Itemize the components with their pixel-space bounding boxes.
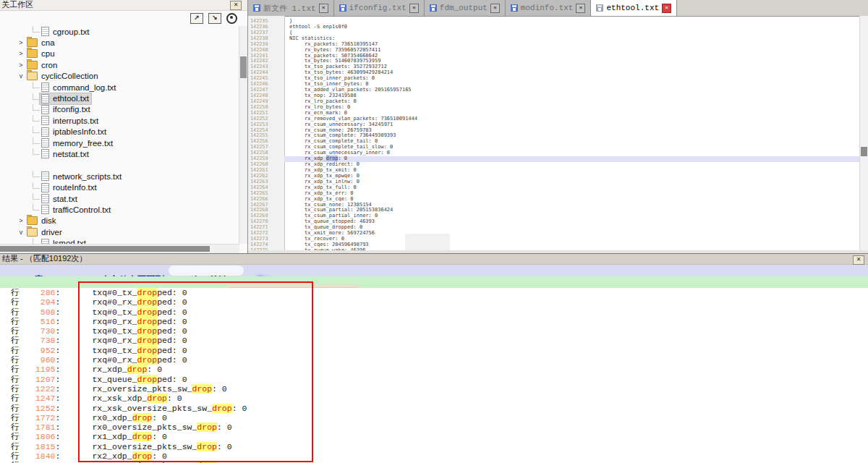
tree-item-trafficControl.txt[interactable]: trafficControl.txt bbox=[0, 204, 239, 215]
file-icon bbox=[41, 27, 49, 36]
line-text: tx_cqes: 204596498793 bbox=[284, 242, 860, 248]
expand-all-icon[interactable]: ↗ bbox=[190, 13, 203, 24]
editor-line-142237[interactable]: 142237{ bbox=[248, 30, 860, 36]
colon: : bbox=[56, 297, 61, 307]
tree-item-memory_free.txt[interactable]: memory_free.txt bbox=[0, 137, 239, 148]
row-label: 行 bbox=[11, 394, 20, 403]
result-line-number: 1772 bbox=[20, 413, 56, 422]
tree-item-lsmod.txt[interactable]: lsmod.txt bbox=[0, 237, 239, 244]
row-label: 行 bbox=[11, 355, 20, 365]
tree-item-cpu[interactable]: >cpu bbox=[0, 48, 239, 59]
selected-match-text: drop bbox=[326, 156, 339, 161]
tree-item-cron[interactable]: >cron bbox=[0, 59, 239, 70]
line-text: rx_xdp_drop: 0 bbox=[284, 156, 860, 162]
scrollbar-thumb[interactable] bbox=[861, 147, 867, 156]
chevron-right-icon[interactable]: > bbox=[17, 61, 25, 69]
tab-新文件 1.txt[interactable]: 新文件 1.txt✕ bbox=[248, 0, 334, 16]
tree-item-body: netstat.txt bbox=[40, 148, 91, 159]
colon: : bbox=[56, 307, 61, 317]
tree-connector bbox=[33, 127, 40, 133]
tab-label: modinfo.txt bbox=[521, 4, 574, 12]
tree-item-driver[interactable]: vdriver bbox=[0, 226, 239, 237]
tree-item-netstat.txt[interactable]: netstat.txt bbox=[0, 148, 239, 159]
result-line-number: 1781 bbox=[20, 422, 56, 432]
file-icon bbox=[41, 138, 49, 148]
line-text: tx_tso_inner_packets: 0 bbox=[284, 76, 860, 82]
editor-line-142236[interactable]: 142236ethtool -S enp1s0f0 bbox=[248, 25, 860, 30]
tree-item-stat.txt[interactable]: stat.txt bbox=[0, 193, 239, 204]
colon: : bbox=[56, 365, 61, 374]
workspace-panel: 关工作区 ✕ ↗ ↘ cgroup.txt>cna>cpu>cronvcycli… bbox=[0, 0, 248, 253]
tree-item-command_log.txt[interactable]: command_log.txt bbox=[0, 82, 239, 93]
collapse-all-icon[interactable]: ↘ bbox=[208, 13, 221, 24]
tree-item-disk[interactable]: >disk bbox=[0, 216, 239, 226]
close-icon[interactable]: ✕ bbox=[576, 4, 585, 13]
editor-panel: 新文件 1.txt✕ifconfig.txt✕fdm_output✕modinf… bbox=[248, 0, 868, 253]
colon: : bbox=[56, 317, 61, 326]
tree-item-label: command_log.txt bbox=[53, 83, 116, 92]
chevron-down-icon[interactable]: v bbox=[17, 72, 25, 80]
line-text: tx_queue_stopped: 46393 bbox=[284, 219, 860, 225]
tree-item-routeInfo.txt[interactable]: routeInfo.txt bbox=[0, 182, 239, 192]
tree-item-label: ethtool.txt bbox=[53, 94, 89, 103]
chevron-right-icon[interactable]: > bbox=[17, 39, 25, 46]
line-text: rx_xdp_tx_inlnw: 0 bbox=[284, 179, 860, 185]
search-summary-row[interactable]: 索 "drop" （1个文件中匹配到10192次，总计次） bbox=[0, 265, 868, 276]
editor-body[interactable]: 142235}142236ethtool -S enp1s0f0142237{1… bbox=[248, 16, 860, 250]
folder-icon bbox=[27, 61, 38, 69]
colon: : bbox=[56, 375, 61, 384]
row-label: 行 bbox=[11, 375, 20, 384]
tree-item-iptablesInfo.txt[interactable]: iptablesInfo.txt bbox=[0, 127, 239, 137]
tree-item-interrupts.txt[interactable]: interrupts.txt bbox=[0, 115, 239, 126]
result-line-number: 516 bbox=[20, 317, 56, 326]
chevron-right-icon[interactable]: > bbox=[17, 217, 25, 224]
line-text: rx_lro_bytes: 0 bbox=[284, 105, 860, 111]
tree-item-cna[interactable]: >cna bbox=[0, 37, 239, 48]
tree-connector bbox=[33, 26, 40, 33]
tree-item-ifconfig.txt[interactable]: ifconfig.txt bbox=[0, 104, 239, 115]
close-icon[interactable]: ✕ bbox=[853, 255, 864, 265]
scrollbar-thumb[interactable] bbox=[0, 246, 210, 252]
tree-item-body: cron bbox=[25, 60, 59, 70]
tab-label: 新文件 1.txt bbox=[263, 3, 316, 14]
file-icon bbox=[41, 116, 49, 125]
scrollbar-thumb[interactable] bbox=[240, 56, 247, 78]
tree-item-network_scripts.txt[interactable]: network_scripts.txt bbox=[0, 171, 239, 182]
locate-file-icon[interactable] bbox=[226, 13, 237, 24]
tree-item-cyclicCollection[interactable]: vcyclicCollection bbox=[0, 71, 239, 82]
tab-label: fdm_output bbox=[440, 4, 488, 12]
close-icon[interactable]: ✕ bbox=[230, 1, 242, 10]
colon: : bbox=[56, 451, 61, 461]
colon: : bbox=[56, 326, 61, 336]
folder-icon bbox=[27, 72, 38, 80]
chevron-down-icon[interactable]: v bbox=[17, 229, 25, 236]
colon: : bbox=[56, 288, 61, 297]
tab-ifconfig.txt[interactable]: ifconfig.txt✕ bbox=[334, 0, 425, 16]
chevron-right-icon[interactable]: > bbox=[17, 50, 25, 57]
editor-vertical-scrollbar[interactable] bbox=[859, 16, 868, 250]
save-icon bbox=[430, 4, 437, 12]
editor-lines: 142235}142236ethtool -S enp1s0f0142237{1… bbox=[248, 19, 860, 250]
tree-connector bbox=[33, 148, 40, 155]
results-panel-header[interactable]: 结果 - （匹配10192次） ✕ bbox=[0, 254, 868, 265]
tree-connector bbox=[33, 204, 40, 211]
tree-horizontal-scrollbar[interactable] bbox=[0, 244, 239, 253]
tab-bar: 新文件 1.txt✕ifconfig.txt✕fdm_output✕modinf… bbox=[248, 0, 868, 17]
tree-item-ethtool.txt[interactable]: ethtool.txt bbox=[0, 93, 239, 103]
tree-item-body: cyclicCollection bbox=[25, 71, 101, 81]
tree-vertical-scrollbar[interactable] bbox=[239, 26, 247, 244]
tree-item-cgroup.txt[interactable]: cgroup.txt bbox=[0, 26, 239, 37]
tab-ethtool.txt[interactable]: ethtool.txt✕ bbox=[591, 0, 677, 16]
tab-modinfo.txt[interactable]: modinfo.txt✕ bbox=[506, 0, 592, 16]
tree-connector bbox=[33, 104, 40, 111]
row-label: 行 bbox=[11, 432, 20, 441]
close-icon[interactable]: ✕ bbox=[409, 4, 419, 13]
workspace-panel-header[interactable]: 关工作区 ✕ bbox=[0, 0, 247, 11]
close-icon[interactable]: ✕ bbox=[662, 4, 671, 13]
close-icon[interactable]: ✕ bbox=[490, 4, 500, 13]
close-icon[interactable]: ✕ bbox=[319, 4, 328, 13]
tree-item-label: driver bbox=[41, 228, 62, 237]
tab-fdm_output[interactable]: fdm_output✕ bbox=[425, 0, 506, 16]
tree-item-label: routeInfo.txt bbox=[53, 183, 97, 192]
tree-connector bbox=[33, 82, 40, 88]
